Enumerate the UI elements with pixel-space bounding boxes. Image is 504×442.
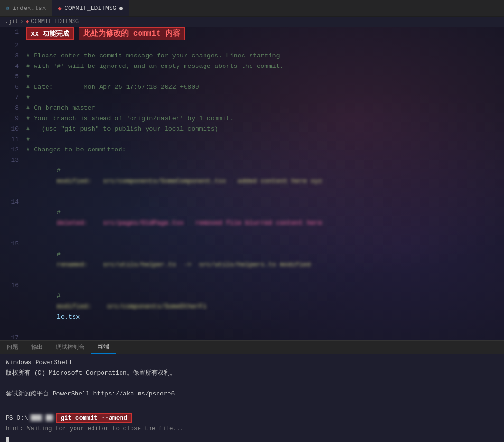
tab-label-commit: COMMIT_EDITMSG	[65, 5, 116, 12]
tab-bar: ⚛ index.tsx ◆ COMMIT_EDITMSG	[0, 0, 504, 17]
tab-label-index: index.tsx	[12, 5, 46, 12]
line-14-blurred: deleted: src/pages/OldPage.tsx removed f…	[57, 218, 322, 228]
commit-message-box: xx 功能完成	[26, 27, 74, 40]
terminal-cursor	[6, 437, 9, 442]
commit-annotation: 此处为修改的 commit 内容	[79, 27, 185, 40]
hint-text: hint: Waiting for your editor to close t…	[6, 425, 184, 432]
line-13-blurred: modified: src/components/SomeComponent.t…	[57, 176, 322, 187]
tab-index-tsx[interactable]: ⚛ index.tsx	[0, 0, 52, 16]
tab-terminal-label: 终端	[98, 343, 109, 351]
terminal-line-empty	[6, 379, 498, 388]
line-6-content: # Date: Mon Apr 25 17:57:13 2022 +0800	[26, 82, 504, 93]
line-4-content: # with '#' will be ignored, and an empty…	[26, 61, 504, 72]
line-14-hash: #	[57, 209, 68, 216]
line-number-7: 7	[0, 93, 26, 103]
terminal-prompt: PS D:\ ███ ██ git commit --amend	[6, 413, 498, 423]
line-number-8: 8	[0, 103, 26, 113]
code-line-5: 5 #	[0, 72, 504, 82]
line-number-6: 6	[0, 82, 26, 93]
line-3-content: # Please enter the commit message for yo…	[26, 51, 504, 61]
line-5-content: #	[26, 72, 504, 82]
line-number-9: 9	[0, 113, 26, 124]
commit-icon: ◆	[58, 4, 62, 12]
pscore-text: 尝试新的跨平台 PowerShell https://aka.ms/pscore…	[6, 390, 175, 397]
code-line-13: 13 # modified: src/components/SomeCompon…	[0, 155, 504, 197]
tab-commit-editmsg[interactable]: ◆ COMMIT_EDITMSG	[52, 0, 130, 16]
line-number-11: 11	[0, 134, 26, 145]
breadcrumb-separator: ›	[20, 19, 24, 25]
code-line-11: 11 #	[0, 134, 504, 145]
prompt-ps: PS D:\	[6, 414, 28, 422]
code-line-2: 2	[0, 40, 504, 51]
terminal-hint-line: hint: Waiting for your editor to close t…	[6, 424, 498, 433]
tab-output-label: 输出	[31, 343, 43, 351]
line-number-5: 5	[0, 72, 26, 82]
line-10-content: # (use "git push" to publish your local …	[26, 124, 504, 134]
line-8-content: # On branch master	[26, 103, 504, 113]
code-line-3: 3 # Please enter the commit message for …	[0, 51, 504, 61]
code-line-8: 8 # On branch master	[0, 103, 504, 113]
line-15-content: # renamed: src/utils/helper.ts -> src/ut…	[26, 239, 504, 281]
modified-indicator	[119, 7, 123, 10]
code-line-15: 15 # renamed: src/utils/helper.ts -> src…	[0, 239, 504, 281]
line-17-content: # modified: src/store/appStore.ts state …	[26, 333, 504, 340]
line-number-16: 16	[0, 281, 26, 291]
code-line-6: 6 # Date: Mon Apr 25 17:57:13 2022 +0800	[0, 82, 504, 93]
git-command: git commit --amend	[56, 413, 132, 423]
line-number-13: 13	[0, 155, 26, 166]
terminal-line-powershell: Windows PowerShell	[6, 358, 498, 367]
git-cmd-text: git commit --amend	[61, 414, 127, 422]
terminal-command-box: git commit --amend	[56, 413, 132, 423]
line-16-content: # modified: src/components/SomeOtherFi l…	[26, 281, 504, 333]
terminal-line-empty2	[6, 400, 498, 409]
line-13-content: # modified: src/components/SomeComponent…	[26, 155, 504, 197]
copyright-text: 版权所有 (C) Microsoft Corporation。保留所有权利。	[6, 369, 176, 376]
code-line-9: 9 # Your branch is ahead of 'origin/mast…	[0, 113, 504, 124]
line-number-2: 2	[0, 40, 26, 51]
line-13-hash: #	[57, 167, 68, 174]
code-line-16: 16 # modified: src/components/SomeOtherF…	[0, 281, 504, 333]
line-15-blurred: renamed: src/utils/helper.ts -> src/util…	[57, 260, 311, 270]
line-number-10: 10	[0, 124, 26, 134]
tab-terminal[interactable]: 终端	[91, 341, 116, 354]
code-line-14: 14 # deleted: src/pages/OldPage.tsx remo…	[0, 197, 504, 239]
line-1-content: xx 功能完成 此处为修改的 commit 内容	[26, 27, 504, 40]
code-line-12: 12 # Changes to be committed:	[0, 145, 504, 155]
line-12-content: # Changes to be committed:	[26, 145, 504, 155]
code-line-17: 17 # modified: src/store/appStore.ts sta…	[0, 333, 504, 340]
tab-output[interactable]: 输出	[25, 341, 49, 354]
line-number-15: 15	[0, 239, 26, 249]
line-16-blurred: modified: src/components/SomeOtherFi	[57, 301, 207, 312]
bottom-panel: 问题 输出 调试控制台 终端 Windows PowerShell 版权所有 (…	[0, 340, 504, 442]
terminal-line-copyright: 版权所有 (C) Microsoft Corporation。保留所有权利。	[6, 368, 498, 378]
tab-problems-label: 问题	[7, 343, 18, 351]
line-15-hash: #	[57, 251, 68, 258]
breadcrumb-git: .git	[5, 19, 19, 25]
breadcrumb-file: COMMIT_EDITMSG	[31, 19, 79, 25]
line-number-14: 14	[0, 197, 26, 207]
tab-problems[interactable]: 问题	[0, 341, 25, 354]
code-line-7: 7 #	[0, 93, 504, 103]
code-line-4: 4 # with '#' will be ignored, and an emp…	[0, 61, 504, 72]
tab-debug[interactable]: 调试控制台	[49, 341, 91, 354]
breadcrumb: .git › ◆ COMMIT_EDITMSG	[0, 17, 504, 27]
tab-debug-label: 调试控制台	[56, 343, 84, 351]
line-number-4: 4	[0, 61, 26, 72]
prompt-path-blurred: ███ ██	[31, 414, 53, 422]
code-line-10: 10 # (use "git push" to publish your loc…	[0, 124, 504, 134]
line-14-content: # deleted: src/pages/OldPage.tsx removed…	[26, 197, 504, 239]
powershell-title: Windows PowerShell	[6, 359, 72, 366]
line-number-17: 17	[0, 333, 26, 340]
line-number-12: 12	[0, 145, 26, 155]
line-11-content: #	[26, 134, 504, 145]
tsx-icon: ⚛	[6, 4, 9, 12]
code-container: 1 xx 功能完成 此处为修改的 commit 内容 2 3 # Please …	[0, 27, 504, 340]
line-number-1: 1	[0, 27, 26, 38]
line-9-content: # Your branch is ahead of 'origin/master…	[26, 113, 504, 124]
terminal-cursor-line	[6, 434, 498, 442]
editor-area[interactable]: 1 xx 功能完成 此处为修改的 commit 内容 2 3 # Please …	[0, 27, 504, 340]
line-7-content: #	[26, 93, 504, 103]
terminal-line-pscore: 尝试新的跨平台 PowerShell https://aka.ms/pscore…	[6, 389, 498, 399]
panel-tabs: 问题 输出 调试控制台 终端	[0, 341, 504, 354]
line-16-hash: #	[57, 292, 68, 300]
